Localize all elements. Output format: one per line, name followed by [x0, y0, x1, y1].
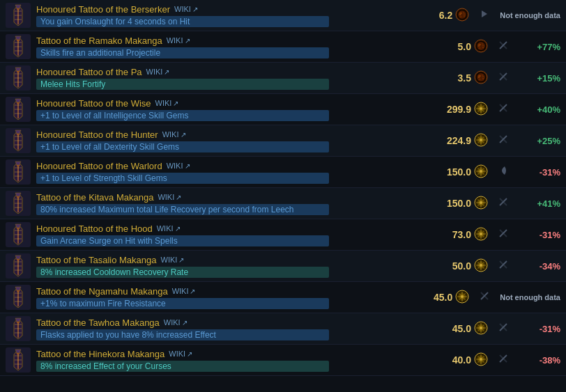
item-change-hunter: +25%	[519, 136, 560, 146]
item-tooltip-warlord: +1 to Level of Strength Skill Gems	[36, 173, 329, 184]
wiki-link-pa[interactable]: WIKI ↗	[146, 68, 170, 76]
item-change-warlord: -31%	[519, 167, 560, 178]
orb-icon-tawhoa	[474, 321, 488, 337]
item-name-kitava: Tattoo of the Kitava Makanga	[36, 192, 153, 203]
item-change-wise: +40%	[519, 104, 560, 115]
item-price-kitava: 150.0	[425, 196, 488, 212]
svg-point-31	[479, 47, 481, 49]
item-change-tawhoa: -31%	[519, 324, 560, 334]
svg-point-10	[458, 10, 466, 19]
item-name-pa: Honoured Tattoo of the Pa	[36, 67, 142, 77]
item-tooltip-berserker: You gain Onslaught for 4 seconds on Hit	[36, 16, 329, 27]
external-link-icon: ↗	[175, 225, 181, 233]
orb-icon-wise	[474, 102, 488, 118]
item-arrow-kitava	[496, 196, 510, 210]
wiki-link-hinekora[interactable]: WIKI ↗	[169, 350, 192, 358]
svg-point-53	[483, 76, 484, 77]
svg-point-52	[478, 77, 479, 77]
svg-point-30	[482, 43, 483, 45]
item-arrow-berserker	[477, 8, 491, 22]
item-tooltip-hunter: +1 to Level of all Dexterity Skill Gems	[36, 141, 329, 152]
item-icon-ramako	[6, 34, 31, 59]
svg-point-11	[459, 12, 462, 14]
svg-point-71	[480, 107, 482, 110]
price-value-berserker: 6.2	[439, 10, 452, 21]
orb-icon-hunter	[474, 133, 488, 149]
price-value-tawhoa: 45.0	[452, 323, 471, 334]
price-value-tasalio: 50.0	[452, 260, 471, 272]
svg-point-51	[482, 78, 484, 79]
orb-icon-hood	[474, 227, 488, 243]
item-arrow-warlord	[496, 165, 510, 179]
wiki-link-warlord[interactable]: WIKI ↗	[167, 162, 190, 170]
item-main-tasalio: Tattoo of the Tasalio Makanga WIKI ↗ 8% …	[36, 255, 425, 278]
external-link-icon: ↗	[173, 100, 178, 107]
item-row-tasalio: Tattoo of the Tasalio Makanga WIKI ↗ 8% …	[0, 251, 566, 282]
svg-point-33	[478, 45, 479, 46]
external-link-icon: ↗	[176, 194, 181, 201]
external-link-icon: ↗	[164, 68, 169, 76]
item-tooltip-tasalio: 8% increased Cooldown Recovery Rate	[36, 267, 329, 278]
price-value-ngamahu: 45.0	[434, 292, 452, 303]
item-row-hunter: Honoured Tattoo of the Hunter WIKI ↗ +1 …	[0, 125, 566, 157]
item-name-ramako: Tattoo of the Ramako Makanga	[36, 36, 162, 46]
item-name-tasalio: Tattoo of the Tasalio Makanga	[36, 255, 157, 265]
item-change-ramako: +77%	[519, 42, 560, 52]
svg-point-13	[460, 15, 462, 17]
svg-point-14	[464, 15, 465, 17]
wiki-link-kitava[interactable]: WIKI ↗	[158, 193, 181, 201]
external-link-icon: ↗	[182, 319, 188, 327]
item-tooltip-kitava: 80% increased Maximum total Life Recover…	[36, 204, 329, 215]
item-price-hinekora: 40.0	[425, 352, 488, 368]
svg-point-89	[480, 139, 482, 141]
item-name-berserker: Honoured Tattoo of the Berserker	[36, 4, 170, 15]
svg-point-195	[480, 327, 482, 329]
item-row-hinekora: Tattoo of the Hinekora Makanga WIKI ↗ 8%…	[0, 345, 566, 376]
wiki-link-wise[interactable]: WIKI ↗	[155, 99, 179, 107]
svg-point-213	[480, 358, 482, 361]
item-arrow-ramako	[496, 40, 510, 54]
orb-icon-ramako	[474, 39, 488, 55]
item-icon-tawhoa	[6, 316, 31, 341]
wiki-link-ngamahu[interactable]: WIKI ↗	[172, 287, 196, 295]
item-change-kitava: +41%	[519, 198, 560, 209]
external-link-icon: ↗	[181, 131, 186, 139]
wiki-link-tasalio[interactable]: WIKI ↗	[161, 256, 185, 264]
item-price-wise: 299.9	[425, 102, 488, 118]
svg-point-12	[463, 12, 464, 13]
item-change-berserker: Not enough data	[500, 11, 560, 19]
svg-point-16	[464, 13, 465, 14]
svg-point-141	[480, 233, 482, 235]
wiki-link-hood[interactable]: WIKI ↗	[157, 224, 181, 233]
item-tooltip-hinekora: 8% increased Effect of your Curses	[36, 361, 329, 372]
item-row-ngamahu: Tattoo of the Ngamahu Makanga WIKI ↗ +1%…	[0, 282, 566, 313]
item-arrow-pa	[496, 71, 510, 85]
orb-icon-warlord	[474, 164, 488, 180]
item-price-ramako: 5.0	[425, 39, 488, 55]
orb-icon-pa	[474, 70, 488, 86]
item-price-hood: 73.0	[425, 227, 488, 243]
item-name-warlord: Honoured Tattoo of the Warlord	[36, 161, 162, 171]
wiki-link-berserker[interactable]: WIKI ↗	[174, 5, 198, 13]
item-tooltip-hood: Gain Arcane Surge on Hit with Spells	[36, 235, 329, 246]
item-arrow-hood	[496, 228, 510, 242]
item-price-berserker: 6.2	[406, 8, 469, 24]
item-price-hunter: 224.9	[425, 133, 488, 149]
wiki-link-tawhoa[interactable]: WIKI ↗	[164, 318, 188, 327]
item-main-wise: Honoured Tattoo of the Wise WIKI ↗ +1 to…	[36, 98, 425, 121]
price-value-hunter: 224.9	[447, 135, 471, 146]
svg-point-50	[479, 78, 481, 80]
item-icon-tasalio	[6, 253, 31, 279]
external-link-icon: ↗	[178, 256, 184, 264]
item-row-wise: Honoured Tattoo of the Wise WIKI ↗ +1 to…	[0, 94, 566, 125]
item-main-pa: Honoured Tattoo of the Pa WIKI ↗ Melee H…	[36, 67, 425, 90]
item-row-hood: Honoured Tattoo of the Hood WIKI ↗ Gain …	[0, 219, 566, 251]
item-price-tasalio: 50.0	[425, 258, 488, 274]
external-link-icon: ↗	[192, 6, 198, 13]
item-row-kitava: Tattoo of the Kitava Makanga WIKI ↗ 80% …	[0, 188, 566, 219]
item-main-ngamahu: Tattoo of the Ngamahu Makanga WIKI ↗ +1%…	[36, 286, 406, 309]
item-price-ngamahu: 45.0	[406, 290, 469, 306]
wiki-link-ramako[interactable]: WIKI ↗	[167, 36, 190, 45]
price-value-warlord: 150.0	[447, 166, 471, 178]
wiki-link-hunter[interactable]: WIKI ↗	[162, 130, 186, 139]
